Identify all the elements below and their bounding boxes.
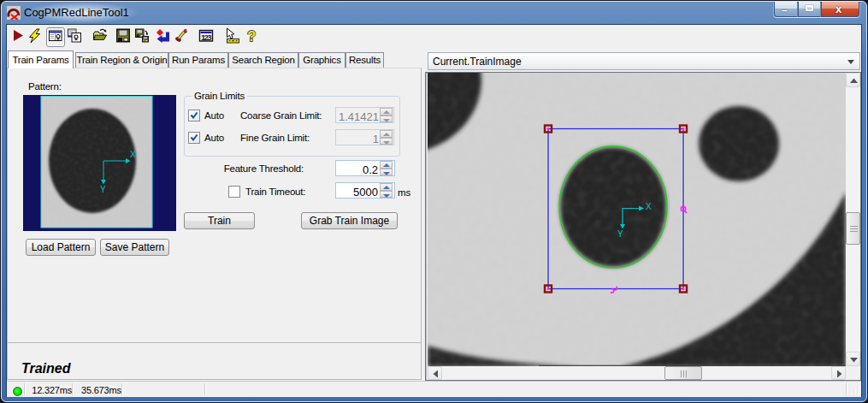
svg-text:?: ? bbox=[247, 28, 256, 44]
svg-text:X: X bbox=[646, 202, 652, 211]
svg-text:Y: Y bbox=[100, 185, 106, 194]
svg-text:X: X bbox=[130, 150, 136, 159]
svg-text:123: 123 bbox=[201, 33, 212, 42]
svg-text:Y: Y bbox=[617, 229, 623, 239]
